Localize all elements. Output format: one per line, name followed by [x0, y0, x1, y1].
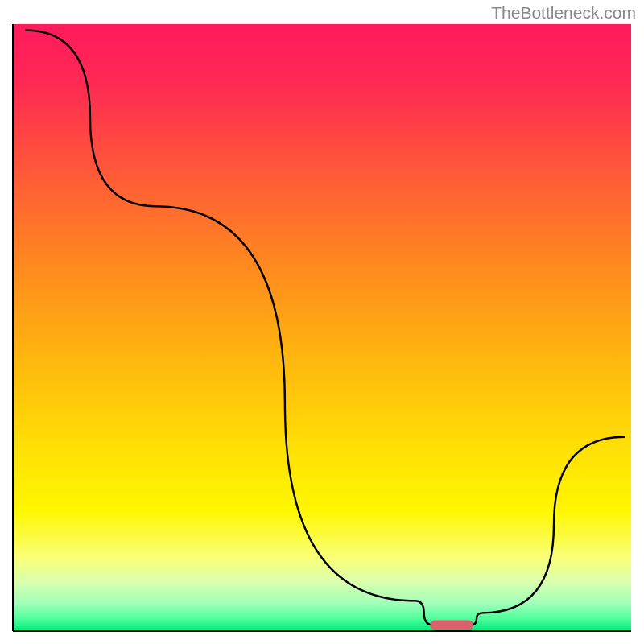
bottleneck-chart: [0, 0, 644, 644]
watermark-text: TheBottleneck.com: [491, 3, 636, 23]
optimal-marker: [430, 620, 473, 630]
chart-container: TheBottleneck.com: [0, 0, 644, 644]
plot-background: [13, 24, 631, 631]
